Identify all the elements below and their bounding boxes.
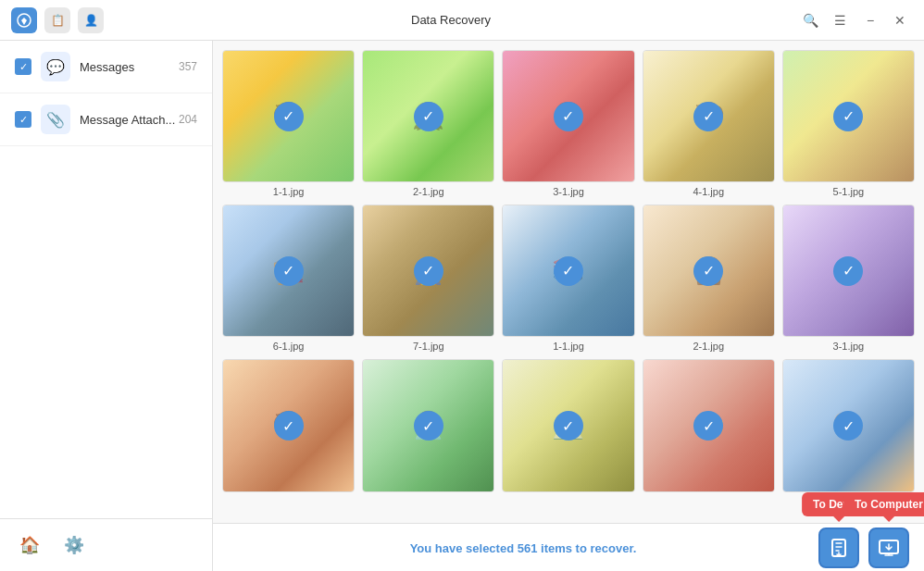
- image-item[interactable]: 🎨✓: [782, 359, 915, 495]
- status-prefix: You have selected: [410, 541, 518, 555]
- check-mark: ✓: [833, 256, 863, 286]
- image-item[interactable]: 🧒✓4-1.jpg: [643, 50, 775, 197]
- image-item[interactable]: 🏗️✓6-1.jpg: [222, 205, 355, 352]
- attachments-checkbox[interactable]: ✓: [15, 111, 31, 128]
- messages-count: 357: [179, 60, 197, 73]
- to-computer-button[interactable]: [868, 528, 909, 568]
- image-label: 1-1.jpg: [273, 186, 305, 197]
- status-bar: You have selected 561 items to recover. …: [213, 523, 924, 571]
- attachments-count: 204: [179, 113, 197, 126]
- image-label: 6-1.jpg: [273, 341, 305, 352]
- image-label: 7-1.jpg: [413, 341, 444, 352]
- sidebar-item-messages[interactable]: ✓ 💬 Messages 357: [0, 41, 212, 93]
- status-count: 561: [518, 541, 538, 555]
- check-mark: ✓: [554, 256, 583, 286]
- title-bar: 📋 👤 Data Recovery 🔍 ☰ − ✕: [0, 0, 924, 41]
- image-item[interactable]: 💻✓: [502, 359, 634, 495]
- menu-button[interactable]: ☰: [828, 7, 854, 33]
- check-mark: ✓: [833, 102, 863, 131]
- home-button[interactable]: 🏠: [15, 530, 44, 560]
- content-area: 🧒✓1-1.jpg👧✓2-1.jpg👦✓3-1.jpg🧒✓4-1.jpg👵✓5-…: [213, 41, 924, 571]
- action-buttons: To Device To Computer: [818, 528, 909, 568]
- search-button[interactable]: 🔍: [798, 7, 824, 33]
- status-suffix: items to recover.: [537, 541, 636, 555]
- messages-icon: 💬: [41, 52, 70, 81]
- image-label: 4-1.jpg: [693, 186, 724, 197]
- image-label: 1-1.jpg: [553, 341, 584, 352]
- window-title: Data Recovery: [411, 13, 491, 27]
- check-mark: ✓: [414, 102, 443, 131]
- check-mark: ✓: [833, 411, 863, 441]
- copy-icon[interactable]: 📋: [44, 7, 70, 33]
- image-item[interactable]: 👩‍💼✓: [362, 359, 494, 495]
- title-bar-left: 📋 👤: [11, 7, 104, 33]
- check-mark: ✓: [274, 411, 304, 441]
- minimize-button[interactable]: −: [857, 7, 883, 33]
- image-item[interactable]: 👵✓5-1.jpg: [782, 50, 915, 197]
- settings-button[interactable]: ⚙️: [59, 530, 89, 560]
- status-text: You have selected 561 items to recover.: [410, 541, 637, 555]
- check-mark: ✓: [693, 411, 723, 441]
- app-logo-icon: [11, 7, 37, 33]
- main-layout: ✓ 💬 Messages 357 ✓ 📎 Message Attach... 2…: [0, 41, 924, 571]
- image-item[interactable]: 👷✓7-1.jpg: [362, 205, 494, 352]
- check-mark: ✓: [414, 256, 443, 286]
- check-mark: ✓: [693, 256, 723, 286]
- image-label: 3-1.jpg: [553, 186, 584, 197]
- image-item[interactable]: 🧒✓: [222, 359, 355, 495]
- check-mark: ✓: [693, 102, 723, 131]
- image-item[interactable]: 👩✓2-1.jpg: [643, 205, 775, 352]
- to-device-button[interactable]: [818, 528, 859, 568]
- messages-label: Messages: [80, 60, 179, 74]
- image-item[interactable]: 👦✓3-1.jpg: [502, 50, 634, 197]
- close-button[interactable]: ✕: [887, 7, 913, 33]
- image-label: 2-1.jpg: [413, 186, 444, 197]
- image-label: 2-1.jpg: [693, 341, 724, 352]
- attachments-icon: 📎: [41, 105, 70, 134]
- messages-checkbox[interactable]: ✓: [15, 58, 31, 75]
- image-item[interactable]: 📚✓1-1.jpg: [502, 205, 634, 352]
- user-icon[interactable]: 👤: [78, 7, 104, 33]
- check-mark: ✓: [554, 102, 583, 131]
- check-mark: ✓: [414, 411, 443, 441]
- image-item[interactable]: 👧✓2-1.jpg: [362, 50, 494, 197]
- check-mark: ✓: [554, 411, 583, 441]
- check-mark: ✓: [274, 102, 304, 131]
- image-item[interactable]: 🌟✓: [643, 359, 775, 495]
- image-item[interactable]: 👴✓3-1.jpg: [782, 205, 915, 352]
- sidebar-item-attachments[interactable]: ✓ 📎 Message Attach... 204: [0, 93, 212, 146]
- sidebar-bottom: 🏠 ⚙️: [0, 518, 212, 571]
- image-item[interactable]: 🧒✓1-1.jpg: [222, 50, 355, 197]
- to-device-container: To Device: [818, 528, 859, 568]
- to-computer-container: To Computer: [868, 528, 909, 568]
- window-controls: 🔍 ☰ − ✕: [798, 7, 913, 33]
- check-mark: ✓: [274, 256, 304, 286]
- image-label: 5-1.jpg: [833, 186, 865, 197]
- image-label: 3-1.jpg: [833, 341, 865, 352]
- attachments-label: Message Attach...: [80, 113, 179, 127]
- image-grid: 🧒✓1-1.jpg👧✓2-1.jpg👦✓3-1.jpg🧒✓4-1.jpg👵✓5-…: [213, 41, 924, 523]
- sidebar: ✓ 💬 Messages 357 ✓ 📎 Message Attach... 2…: [0, 41, 213, 571]
